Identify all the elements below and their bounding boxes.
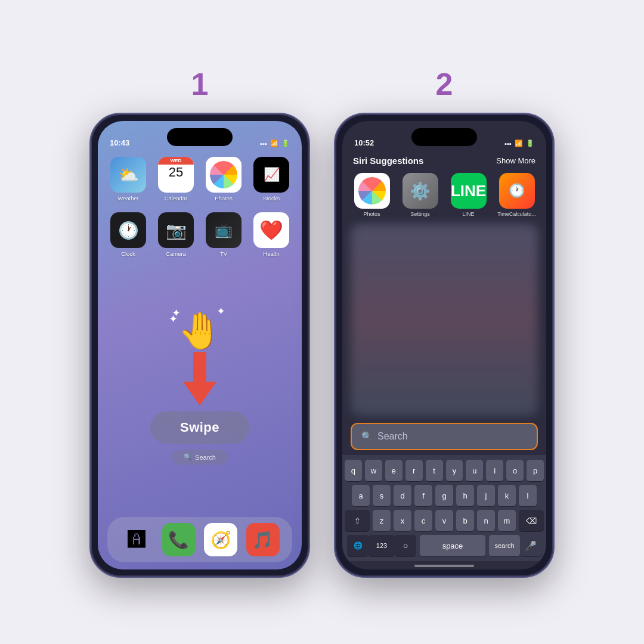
key-numbers[interactable]: 123 [369, 535, 395, 556]
key-globe[interactable]: 🌐 [347, 535, 369, 556]
key-q[interactable]: q [345, 460, 362, 481]
siri-photos-inner [358, 177, 386, 205]
key-t[interactable]: t [426, 460, 443, 481]
app-stocks[interactable]: 📈 Stocks [253, 157, 290, 202]
sparkle-3: ✦ [169, 312, 178, 326]
phone1-inner: 10:43 ▪▪▪ 📶 🔋 ⛅ Weather [98, 121, 302, 569]
key-l[interactable]: l [519, 485, 537, 506]
siri-settings-label: Settings [410, 211, 430, 217]
search-pill-text: Search [195, 454, 216, 461]
signal-icon-2: ▪▪▪ [504, 140, 512, 147]
clock-label: Clock [121, 250, 135, 257]
app-health[interactable]: ❤️ Health [253, 212, 290, 257]
phone-icon: 📞 [168, 530, 189, 550]
cal-day: WED [158, 157, 194, 165]
app-calendar[interactable]: WED 25 Calendar [157, 157, 194, 202]
home-bar [414, 565, 474, 567]
siri-app-photos[interactable]: Photos [351, 173, 393, 217]
key-s[interactable]: s [373, 485, 391, 506]
siri-settings-icon: ⚙️ [402, 173, 438, 209]
key-backspace[interactable]: ⌫ [519, 510, 544, 531]
dynamic-island-1 [167, 128, 233, 146]
key-emoji[interactable]: ☺ [395, 535, 416, 556]
battery-icon: 🔋 [281, 140, 290, 147]
dock-phone[interactable]: 📞 [162, 523, 196, 556]
key-k[interactable]: k [498, 485, 516, 506]
appstore-icon: 🅰 [128, 530, 145, 550]
key-j[interactable]: j [477, 485, 495, 506]
key-m[interactable]: m [498, 510, 516, 531]
weather-label: Weather [117, 195, 139, 202]
photos-inner [210, 161, 237, 188]
app-camera[interactable]: 📷 Camera [157, 212, 194, 257]
step2-number: 2 [436, 66, 453, 102]
show-more-button[interactable]: Show More [496, 156, 535, 165]
search-bar[interactable]: 🔍 Search [351, 423, 538, 450]
timecalc-inner: 🕐 [509, 183, 525, 199]
app-photos[interactable]: Photos [205, 157, 242, 202]
app-clock[interactable]: 🕐 Clock [110, 212, 147, 257]
phone1-screen: 10:43 ▪▪▪ 📶 🔋 ⛅ Weather [98, 121, 302, 569]
swipe-button[interactable]: Swipe [150, 411, 249, 444]
siri-photos-icon [354, 173, 390, 209]
siri-app-timecalc[interactable]: 🕐 TimeCalculato... [496, 173, 538, 217]
step1-number: 1 [191, 66, 209, 102]
search-area: 🔍 Search [342, 416, 546, 455]
dock-appstore[interactable]: 🅰 [120, 523, 153, 556]
health-icon: ❤️ [253, 212, 289, 248]
key-x[interactable]: x [394, 510, 411, 531]
hand-container: ✦ ✦ ✦ 🤚 [178, 309, 222, 352]
siri-title: Siri Suggestions [353, 156, 423, 166]
key-shift[interactable]: ⇧ [345, 510, 370, 531]
key-p[interactable]: p [527, 460, 544, 481]
phone2-inner: 10:52 ▪▪▪ 📶 🔋 Siri Suggestions Show More [342, 121, 546, 569]
key-n[interactable]: n [477, 510, 495, 531]
app-tv[interactable]: 📺 TV [205, 212, 242, 257]
phone2-screen: 10:52 ▪▪▪ 📶 🔋 Siri Suggestions Show More [342, 121, 546, 569]
dynamic-island-2 [411, 128, 477, 146]
key-d[interactable]: d [394, 485, 411, 506]
tv-label: TV [220, 250, 227, 257]
key-g[interactable]: g [435, 485, 453, 506]
key-f[interactable]: f [414, 485, 432, 506]
dock-music[interactable]: 🎵 [246, 523, 280, 556]
weather-icon: ⛅ [110, 157, 146, 193]
siri-timecalc-label: TimeCalculato... [497, 211, 536, 217]
settings-gear: ⚙️ [410, 181, 431, 201]
tv-icon: 📺 [206, 212, 242, 248]
hand-gesture-icon: 🤚 [178, 309, 222, 352]
arrow-down [183, 382, 216, 405]
key-r[interactable]: r [405, 460, 423, 481]
siri-line-label: LINE [462, 211, 474, 217]
time-1: 10:43 [110, 138, 129, 147]
key-mic[interactable]: 🎤 [520, 535, 541, 556]
key-z[interactable]: z [373, 510, 391, 531]
key-space[interactable]: space [420, 535, 485, 556]
cal-date: 25 [169, 165, 183, 180]
arrow-shaft [193, 352, 206, 382]
step1-container: 1 10:43 ▪▪▪ 📶 🔋 [89, 66, 310, 578]
key-h[interactable]: h [456, 485, 474, 506]
app-weather[interactable]: ⛅ Weather [110, 157, 147, 202]
battery-icon-2: 🔋 [526, 140, 534, 147]
key-e[interactable]: e [385, 460, 402, 481]
key-b[interactable]: b [456, 510, 474, 531]
dock-safari[interactable]: 🧭 [204, 523, 237, 556]
key-i[interactable]: i [486, 460, 503, 481]
key-w[interactable]: w [365, 460, 382, 481]
search-magnifier: 🔍 [361, 431, 373, 442]
time-2: 10:52 [354, 138, 374, 147]
key-c[interactable]: c [414, 510, 432, 531]
key-y[interactable]: y [446, 460, 463, 481]
line-text: LINE [451, 182, 486, 200]
key-v[interactable]: v [435, 510, 453, 531]
key-u[interactable]: u [466, 460, 483, 481]
kb-row-3: ⇧ z x c v b n m ⌫ [345, 510, 544, 531]
siri-app-settings[interactable]: ⚙️ Settings [399, 173, 441, 217]
key-search[interactable]: search [489, 535, 520, 556]
photos-label: Photos [215, 195, 233, 202]
key-o[interactable]: o [506, 460, 524, 481]
siri-timecalc-icon: 🕐 [499, 173, 535, 209]
siri-app-line[interactable]: LINE LINE [447, 173, 490, 217]
key-a[interactable]: a [352, 485, 370, 506]
